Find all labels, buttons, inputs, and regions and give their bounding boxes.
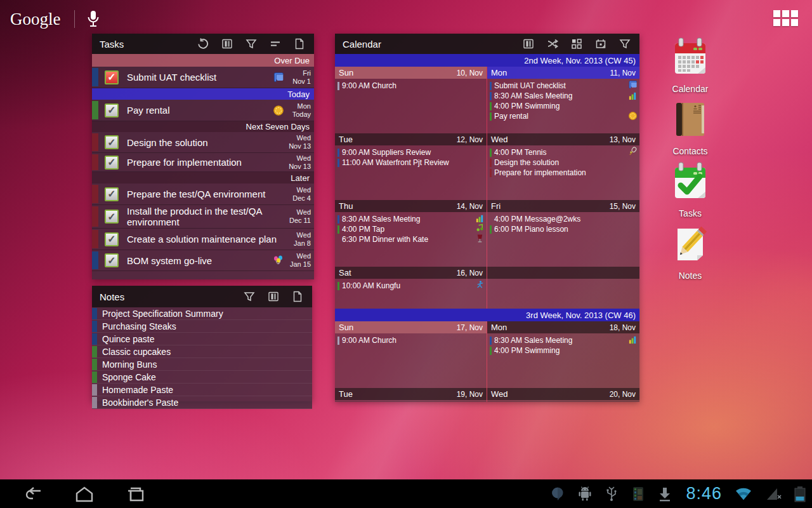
task-checkbox[interactable]: ✓ [105, 104, 119, 117]
task-row[interactable]: ✓ BOM system go-live WedJan 15 [92, 250, 314, 271]
note-row[interactable]: Bookbinder's Paste [92, 396, 312, 409]
app-icon-contacts[interactable]: Contacts [660, 98, 721, 156]
app-icon-calendar[interactable]: Calendar [660, 36, 721, 94]
app-notification-icon [631, 486, 645, 502]
calendar-event[interactable]: 4:00 PM Message@2wks [490, 214, 637, 224]
filter-icon[interactable] [240, 289, 259, 304]
calendar-cell-wed-20[interactable]: Wed20, Nov 4:00 PM Tennis [487, 388, 639, 402]
note-title: Morning Buns [102, 359, 157, 370]
calendar-event[interactable]: 6:30 PM Dinner with Kate [337, 234, 484, 244]
task-row[interactable]: ✓ Pay rental MonToday [92, 100, 314, 121]
calendar-event[interactable]: 8:30 AM Sales Meeting [337, 214, 484, 224]
filter-icon[interactable] [615, 36, 634, 51]
mic-icon[interactable] [86, 10, 100, 29]
calendar-cell-tue-12[interactable]: Tue12, Nov 9:00 AM Suppliers Review 11:0… [335, 133, 487, 200]
note-row[interactable]: Classic cupcakes [92, 345, 312, 358]
calendar-event[interactable]: 4:00 PM Swimming [490, 345, 637, 356]
goto-date-icon[interactable] [591, 36, 610, 51]
calendar-cell-fri-15[interactable]: Fri15, Nov 4:00 PM Message@2wks 6:00 PM … [487, 200, 639, 267]
task-title: Pay rental [119, 105, 273, 116]
calendar-event[interactable]: 4:00 PM Swimming [490, 101, 637, 111]
task-due: WedNov 13 [286, 154, 314, 171]
new-item-icon[interactable] [290, 36, 309, 51]
back-button[interactable] [23, 485, 44, 503]
calendar-event[interactable]: 4:00 PM Tennis [490, 147, 637, 157]
calendar-event[interactable]: 9:00 AM Suppliers Review [337, 147, 484, 157]
calendar-cell-wed-13[interactable]: Wed13, Nov 4:00 PM Tennis Design the sol… [487, 133, 639, 200]
task-title: BOM system go-live [119, 255, 273, 266]
grid-view-icon[interactable] [567, 36, 586, 51]
task-row[interactable]: ✓ Prepare for implementation WedNov 13 [92, 153, 314, 172]
coin-icon [628, 111, 638, 121]
note-row[interactable]: Project Specification Summary [92, 307, 312, 320]
new-item-icon[interactable] [288, 289, 307, 304]
task-checkbox[interactable]: ✓ [105, 253, 119, 267]
note-row[interactable]: Quince paste [92, 333, 312, 345]
note-row[interactable]: Sponge Cake [92, 371, 312, 384]
columns-icon[interactable] [218, 36, 237, 51]
week-header: 2nd Week, Nov. 2013 (CW 45) [335, 54, 639, 67]
calendar-cell-mon-18[interactable]: Mon18, Nov 8:30 AM Sales Meeting 4:00 PM… [487, 321, 639, 388]
note-row[interactable]: Purchasing Steaks [92, 320, 312, 333]
task-row[interactable]: ✓ Submit UAT checklist FriNov 1 [92, 67, 314, 88]
task-checkbox[interactable]: ✓ [105, 210, 119, 224]
calendar-event[interactable]: Design the solution [490, 157, 637, 168]
calendar-event[interactable]: 9:00 AM Church [337, 335, 484, 345]
sort-icon[interactable] [266, 36, 285, 51]
columns-icon[interactable] [264, 289, 283, 304]
task-due: WedNov 13 [286, 134, 314, 150]
task-checkbox[interactable]: ✓ [105, 232, 119, 246]
usb-icon [605, 486, 619, 502]
recents-button[interactable] [124, 485, 146, 503]
calendar-cell-empty[interactable] [487, 267, 639, 309]
task-title: Submit UAT checklist [119, 72, 273, 83]
app-icon-tasks[interactable]: Tasks [660, 160, 721, 218]
calendar-event[interactable]: 4:00 PM Tap [337, 224, 484, 234]
calendar-event[interactable]: 6:00 PM Piano lesson [490, 224, 637, 234]
task-checkbox[interactable]: ✓ [105, 156, 119, 170]
google-search-widget[interactable]: Google [10, 6, 100, 32]
calendar-cell-sun-10[interactable]: Sun10, Nov 9:00 AM Church [335, 67, 487, 133]
task-checkbox[interactable]: ✓ [105, 70, 119, 84]
calendar-cell-mon-11[interactable]: Mon11, Nov Submit UAT checklist 8:30 AM … [487, 67, 639, 133]
calendar-cell-sun-17[interactable]: Sun17, Nov 9:00 AM Church [335, 321, 487, 388]
calendar-app-art [669, 36, 711, 81]
shuffle-icon[interactable] [543, 36, 562, 51]
task-checkbox[interactable]: ✓ [105, 187, 119, 201]
task-row[interactable]: ✓ Create a solution maintenance plan Wed… [92, 229, 314, 250]
calendar-event[interactable]: 10:00 AM Kungfu [337, 281, 484, 291]
task-row[interactable]: ✓ Install the product in the test/QA env… [92, 205, 314, 229]
note-title: Homemade Paste [102, 385, 173, 395]
note-row[interactable]: Homemade Paste [92, 384, 312, 396]
calendar-event[interactable]: 9:00 AM Church [337, 81, 484, 91]
calendar-event[interactable]: Prepare for implementation [490, 168, 637, 178]
calendar-cell-sat-16[interactable]: Sat16, Nov 10:00 AM Kungfu [335, 267, 487, 309]
task-row[interactable]: ✓ Design the solution WedNov 13 [92, 132, 314, 153]
day-header: Wed13, Nov [487, 133, 639, 145]
calendar-event[interactable]: Submit UAT checklist [490, 81, 637, 91]
section-today: Today [92, 88, 314, 100]
task-row[interactable]: ✓ Prepare the test/QA environment WedDec… [92, 184, 314, 205]
day-header: Wed20, Nov [487, 388, 639, 400]
section-next7: Next Seven Days [92, 121, 314, 132]
app-icon-notes[interactable]: Notes [660, 222, 721, 281]
day-header-today: Mon11, Nov [487, 67, 639, 79]
columns-icon[interactable] [519, 36, 538, 51]
calendar-event[interactable]: 8:30 AM Sales Meeting [490, 91, 637, 101]
app-drawer-button[interactable] [773, 10, 798, 26]
note-row[interactable]: Morning Buns [92, 358, 312, 371]
home-button[interactable] [74, 485, 95, 503]
task-checkbox[interactable]: ✓ [105, 135, 119, 149]
task-title: Prepare the test/QA environment [119, 189, 286, 199]
note-title: Bookbinder's Paste [102, 398, 178, 408]
calendar-event[interactable]: 11:00 AM Waterfront Pjt Review [337, 157, 484, 168]
status-area[interactable]: 8:46 [537, 479, 806, 508]
task-title: Prepare for implementation [119, 157, 286, 168]
filter-icon[interactable] [242, 36, 261, 51]
balloons-icon [273, 255, 284, 266]
calendar-event[interactable]: 8:30 AM Sales Meeting [490, 335, 637, 345]
calendar-event[interactable]: Pay rental [490, 111, 637, 121]
calendar-cell-tue-19[interactable]: Tue19, Nov 9:00 AM Suppliers Review [335, 388, 487, 402]
refresh-icon[interactable] [193, 36, 213, 51]
calendar-cell-thu-14[interactable]: Thu14, Nov 8:30 AM Sales Meeting 4:00 PM… [335, 200, 487, 267]
